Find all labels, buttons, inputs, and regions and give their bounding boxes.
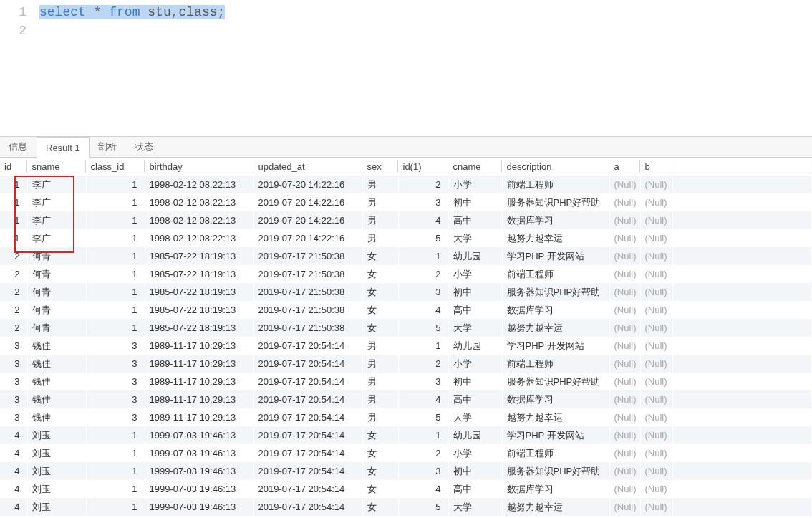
- cell-b[interactable]: (Null): [640, 444, 672, 462]
- cell-description[interactable]: 学习PHP 开发网站: [502, 337, 609, 355]
- cell-id[interactable]: 2: [0, 283, 27, 301]
- cell-id1[interactable]: 5: [398, 498, 448, 516]
- cell-class_id[interactable]: 1: [86, 193, 145, 211]
- cell-updated_at[interactable]: 2019-07-17 21:50:38: [253, 283, 362, 301]
- sql-editor[interactable]: 1select * from stu,class;2: [0, 0, 812, 136]
- cell-id1[interactable]: 3: [398, 193, 448, 211]
- cell-id[interactable]: 1: [0, 211, 27, 229]
- cell-sname[interactable]: 李广: [27, 176, 86, 193]
- table-row[interactable]: 1李广11998-02-12 08:22:132019-07-20 14:22:…: [0, 176, 812, 193]
- cell-sex[interactable]: 女: [362, 283, 398, 301]
- cell-id1[interactable]: 2: [398, 176, 448, 193]
- cell-id[interactable]: 3: [0, 390, 27, 408]
- cell-class_id[interactable]: 1: [86, 480, 145, 498]
- cell-sex[interactable]: 男: [362, 390, 398, 408]
- cell-a[interactable]: (Null): [609, 444, 640, 462]
- table-row[interactable]: 4刘玉11999-07-03 19:46:132019-07-17 20:54:…: [0, 462, 812, 480]
- tab-剖析[interactable]: 剖析: [90, 136, 126, 157]
- cell-description[interactable]: 越努力越幸运: [502, 319, 609, 337]
- cell-a[interactable]: (Null): [609, 480, 640, 498]
- cell-sname[interactable]: 钱佳: [27, 355, 86, 373]
- cell-sex[interactable]: 男: [362, 355, 398, 373]
- cell-id[interactable]: 3: [0, 373, 27, 390]
- cell-b[interactable]: (Null): [640, 390, 672, 408]
- col-header-updated_at[interactable]: updated_at: [253, 158, 362, 176]
- cell-cname[interactable]: 大学: [448, 408, 502, 426]
- cell-sex[interactable]: 男: [362, 176, 398, 193]
- cell-description[interactable]: 前端工程师: [502, 355, 609, 373]
- cell-sname[interactable]: 李广: [27, 193, 86, 211]
- cell-birthday[interactable]: 1999-07-03 19:46:13: [145, 480, 253, 498]
- cell-description[interactable]: 服务器知识PHP好帮助: [502, 193, 609, 211]
- cell-birthday[interactable]: 1998-02-12 08:22:13: [145, 176, 253, 193]
- tab-信息[interactable]: 信息: [0, 136, 37, 157]
- cell-sex[interactable]: 女: [362, 462, 398, 480]
- cell-updated_at[interactable]: 2019-07-17 20:54:14: [253, 444, 362, 462]
- editor-line[interactable]: 2: [0, 21, 812, 40]
- cell-a[interactable]: (Null): [609, 193, 640, 211]
- cell-cname[interactable]: 幼儿园: [448, 337, 502, 355]
- col-header-class_id[interactable]: class_id: [86, 158, 145, 176]
- cell-cname[interactable]: 高中: [448, 211, 502, 229]
- cell-a[interactable]: (Null): [609, 176, 640, 193]
- cell-id1[interactable]: 2: [398, 355, 448, 373]
- table-row[interactable]: 3钱佳31989-11-17 10:29:132019-07-17 20:54:…: [0, 373, 812, 390]
- cell-id1[interactable]: 4: [398, 301, 448, 319]
- table-row[interactable]: 4刘玉11999-07-03 19:46:132019-07-17 20:54:…: [0, 444, 812, 462]
- cell-updated_at[interactable]: 2019-07-17 21:50:38: [253, 319, 362, 337]
- cell-description[interactable]: 前端工程师: [502, 444, 609, 462]
- cell-id[interactable]: 3: [0, 355, 27, 373]
- cell-sex[interactable]: 男: [362, 373, 398, 390]
- cell-class_id[interactable]: 1: [86, 444, 145, 462]
- cell-id[interactable]: 1: [0, 229, 27, 247]
- cell-b[interactable]: (Null): [640, 211, 672, 229]
- cell-updated_at[interactable]: 2019-07-17 20:54:14: [253, 390, 362, 408]
- cell-birthday[interactable]: 1998-02-12 08:22:13: [145, 193, 253, 211]
- cell-b[interactable]: (Null): [640, 247, 672, 265]
- cell-cname[interactable]: 小学: [448, 444, 502, 462]
- cell-b[interactable]: (Null): [640, 193, 672, 211]
- cell-id[interactable]: 4: [0, 444, 27, 462]
- cell-updated_at[interactable]: 2019-07-17 20:54:14: [253, 355, 362, 373]
- table-row[interactable]: 2何青11985-07-22 18:19:132019-07-17 21:50:…: [0, 247, 812, 265]
- cell-sex[interactable]: 男: [362, 408, 398, 426]
- result-grid[interactable]: idsnameclass_idbirthdayupdated_atsexid(1…: [0, 158, 812, 518]
- cell-cname[interactable]: 高中: [448, 480, 502, 498]
- cell-id[interactable]: 4: [0, 462, 27, 480]
- cell-sname[interactable]: 钱佳: [27, 390, 86, 408]
- cell-cname[interactable]: 初中: [448, 283, 502, 301]
- cell-class_id[interactable]: 1: [86, 283, 145, 301]
- cell-a[interactable]: (Null): [609, 373, 640, 390]
- cell-birthday[interactable]: 1999-07-03 19:46:13: [145, 498, 253, 516]
- cell-description[interactable]: 数据库学习: [502, 211, 609, 229]
- cell-sname[interactable]: 刘玉: [27, 426, 86, 444]
- cell-id1[interactable]: 1: [398, 426, 448, 444]
- cell-sname[interactable]: 刘玉: [27, 462, 86, 480]
- cell-id[interactable]: 3: [0, 408, 27, 426]
- cell-id[interactable]: 2: [0, 319, 27, 337]
- cell-id[interactable]: 1: [0, 193, 27, 211]
- cell-id1[interactable]: 4: [398, 390, 448, 408]
- tab-状态[interactable]: 状态: [126, 136, 163, 157]
- cell-id1[interactable]: 1: [398, 337, 448, 355]
- col-header-a[interactable]: a: [609, 158, 640, 176]
- cell-a[interactable]: (Null): [609, 283, 640, 301]
- cell-description[interactable]: 越努力越幸运: [502, 408, 609, 426]
- cell-a[interactable]: (Null): [609, 408, 640, 426]
- cell-description[interactable]: 数据库学习: [502, 480, 609, 498]
- cell-class_id[interactable]: 1: [86, 462, 145, 480]
- table-row[interactable]: 2何青11985-07-22 18:19:132019-07-17 21:50:…: [0, 265, 812, 283]
- cell-sname[interactable]: 钱佳: [27, 408, 86, 426]
- cell-id1[interactable]: 5: [398, 229, 448, 247]
- cell-b[interactable]: (Null): [640, 426, 672, 444]
- cell-description[interactable]: 越努力越幸运: [502, 498, 609, 516]
- cell-updated_at[interactable]: 2019-07-17 20:54:14: [253, 373, 362, 390]
- cell-sex[interactable]: 女: [362, 444, 398, 462]
- table-row[interactable]: 1李广11998-02-12 08:22:132019-07-20 14:22:…: [0, 193, 812, 211]
- col-header-sex[interactable]: sex: [362, 158, 398, 176]
- cell-sname[interactable]: 何青: [27, 265, 86, 283]
- cell-a[interactable]: (Null): [609, 247, 640, 265]
- cell-birthday[interactable]: 1989-11-17 10:29:13: [145, 337, 253, 355]
- cell-b[interactable]: (Null): [640, 373, 672, 390]
- table-row[interactable]: 4刘玉11999-07-03 19:46:132019-07-17 20:54:…: [0, 426, 812, 444]
